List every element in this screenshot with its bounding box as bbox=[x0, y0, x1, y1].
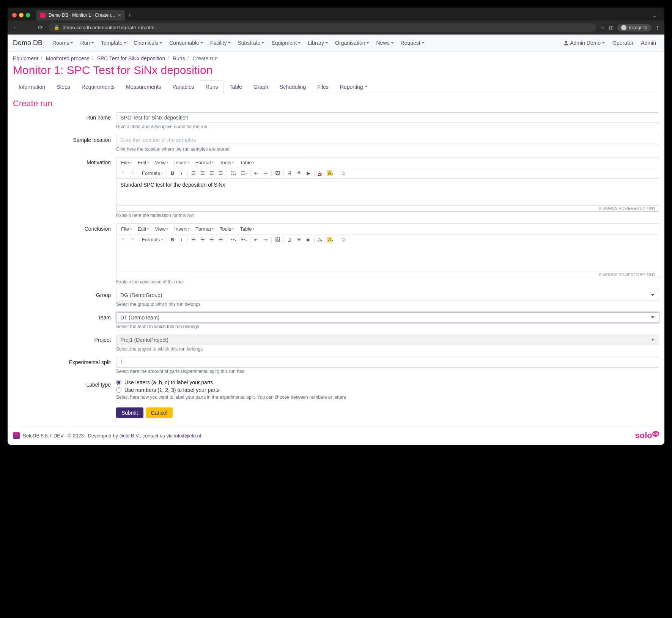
nav-facility[interactable]: Facility bbox=[207, 38, 234, 48]
tiny-insert[interactable]: Insert▾ bbox=[172, 159, 192, 167]
align-left-icon-2[interactable]: ☰ bbox=[189, 236, 198, 244]
tab-overflow-icon[interactable]: ⌄ bbox=[652, 12, 657, 18]
tab-graph[interactable]: Graph bbox=[248, 80, 274, 93]
tab-files[interactable]: Files bbox=[312, 80, 334, 93]
print-icon[interactable]: 🖨 bbox=[285, 169, 294, 177]
nav-substrate[interactable]: Substrate bbox=[234, 38, 268, 48]
preview-icon-2[interactable]: 👁 bbox=[295, 236, 304, 244]
nav-operator[interactable]: Operator bbox=[609, 38, 636, 48]
nav-library[interactable]: Library bbox=[305, 38, 331, 48]
tab-requirements[interactable]: Requirements bbox=[76, 80, 120, 93]
tab-reporting[interactable]: Reporting bbox=[334, 80, 373, 93]
image-icon[interactable]: 🖼 bbox=[273, 169, 282, 177]
tiny-tools-2[interactable]: Tools▾ bbox=[217, 225, 236, 233]
group-select[interactable] bbox=[116, 290, 659, 300]
outdent-icon-2[interactable]: ⇤ bbox=[252, 236, 261, 244]
footer-email-link[interactable]: info@jield.nl bbox=[174, 433, 201, 439]
breadcrumb-spc[interactable]: SPC Test for SiNx deposition bbox=[97, 55, 165, 61]
tiny-table-2[interactable]: Table▾ bbox=[238, 225, 257, 233]
breadcrumb-monitored[interactable]: Monitored process bbox=[46, 55, 90, 61]
new-tab-button[interactable]: + bbox=[128, 11, 132, 19]
breadcrumb-equipment[interactable]: Equipment bbox=[13, 55, 38, 61]
nav-equipment[interactable]: Equipment bbox=[268, 38, 304, 48]
italic-icon-2[interactable]: I bbox=[178, 236, 186, 244]
tab-information[interactable]: Information bbox=[13, 80, 51, 93]
tab-variables[interactable]: Variables bbox=[167, 80, 200, 93]
bg-color-icon-2[interactable]: A▾ bbox=[325, 236, 335, 244]
tab-scheduling[interactable]: Scheduling bbox=[274, 80, 312, 93]
footer-jield-link[interactable]: Jield B.V. bbox=[120, 433, 140, 439]
align-justify-icon-2[interactable]: ☰ bbox=[217, 236, 225, 244]
tiny-view[interactable]: View▾ bbox=[153, 159, 170, 167]
submit-button[interactable]: Submit bbox=[116, 407, 143, 418]
project-select[interactable] bbox=[116, 335, 659, 345]
radio-numbers[interactable] bbox=[116, 387, 121, 393]
number-list-icon-2[interactable]: ☶▾ bbox=[239, 236, 249, 244]
formats-dropdown[interactable]: Formats▾ bbox=[140, 169, 165, 177]
number-list-icon[interactable]: ☶▾ bbox=[239, 169, 249, 177]
emoji-icon[interactable]: ☺ bbox=[339, 169, 348, 177]
window-controls[interactable] bbox=[12, 13, 30, 17]
nav-user[interactable]: Admin Demo bbox=[560, 38, 608, 48]
nav-consumable[interactable]: Consumable bbox=[166, 38, 206, 48]
brand[interactable]: Demo DB bbox=[13, 39, 42, 47]
nav-request[interactable]: Request bbox=[398, 38, 428, 48]
team-select[interactable] bbox=[116, 312, 659, 323]
tiny-view-2[interactable]: View▾ bbox=[153, 225, 170, 233]
nav-run[interactable]: Run bbox=[77, 38, 97, 48]
nav-organisation[interactable]: Organisation bbox=[332, 38, 372, 48]
indent-icon[interactable]: ⇥ bbox=[261, 169, 270, 177]
tiny-format-2[interactable]: Format▾ bbox=[193, 225, 216, 233]
conclusion-textarea[interactable] bbox=[116, 245, 659, 272]
media-icon[interactable]: ▶ bbox=[304, 169, 313, 177]
split-input[interactable] bbox=[116, 357, 659, 368]
url-bar[interactable]: 🔒 demo.solodb.net/monitor/1/create-run.h… bbox=[49, 23, 596, 32]
tab-steps[interactable]: Steps bbox=[51, 80, 76, 93]
align-justify-icon[interactable]: ☰ bbox=[217, 169, 225, 177]
preview-icon[interactable]: 👁 bbox=[295, 169, 304, 177]
browser-tab[interactable]: Demo DB · Monitor 1 · Create r... × bbox=[36, 10, 125, 20]
bold-icon-2[interactable]: B bbox=[168, 236, 177, 244]
italic-icon[interactable]: I bbox=[178, 169, 186, 177]
tab-measurements[interactable]: Measurements bbox=[120, 80, 167, 93]
nav-template[interactable]: Template bbox=[98, 38, 130, 48]
tiny-format[interactable]: Format▾ bbox=[193, 159, 216, 167]
tab-runs[interactable]: Runs bbox=[200, 80, 224, 93]
bg-color-icon[interactable]: A▾ bbox=[325, 169, 335, 177]
align-left-icon[interactable]: ☰ bbox=[189, 169, 198, 177]
outdent-icon[interactable]: ⇤ bbox=[252, 169, 261, 177]
align-right-icon-2[interactable]: ☰ bbox=[208, 236, 216, 244]
nav-news[interactable]: News bbox=[373, 38, 397, 48]
align-center-icon-2[interactable]: ☰ bbox=[198, 236, 207, 244]
text-color-icon[interactable]: A▾ bbox=[316, 169, 325, 177]
bold-icon[interactable]: B bbox=[168, 169, 177, 177]
nav-rooms[interactable]: Rooms bbox=[49, 38, 76, 48]
close-tab-icon[interactable]: × bbox=[118, 12, 121, 18]
maximize-window-icon[interactable] bbox=[26, 13, 30, 17]
tiny-file[interactable]: File▾ bbox=[119, 159, 134, 167]
back-button[interactable]: ← bbox=[12, 24, 20, 31]
close-window-icon[interactable] bbox=[12, 13, 17, 17]
tiny-insert-2[interactable]: Insert▾ bbox=[172, 225, 192, 233]
minimize-window-icon[interactable] bbox=[19, 13, 24, 17]
browser-menu-icon[interactable]: ⋮ bbox=[655, 25, 660, 30]
nav-chemicals[interactable]: Chemicals bbox=[131, 38, 165, 48]
undo-icon-2[interactable]: ↶ bbox=[119, 236, 127, 244]
tab-table[interactable]: Table bbox=[224, 80, 248, 93]
reload-button[interactable]: ⟳ bbox=[36, 24, 44, 31]
extensions-icon[interactable]: ◫ bbox=[609, 25, 614, 30]
indent-icon-2[interactable]: ⇥ bbox=[261, 236, 270, 244]
formats-dropdown-2[interactable]: Formats▾ bbox=[140, 236, 165, 244]
bullet-list-icon[interactable]: ☷▾ bbox=[228, 169, 238, 177]
sample-location-input[interactable] bbox=[116, 135, 659, 145]
star-icon[interactable]: ☆ bbox=[601, 25, 605, 30]
tiny-table[interactable]: Table▾ bbox=[238, 159, 257, 167]
media-icon-2[interactable]: ▶ bbox=[304, 236, 313, 244]
tiny-tools[interactable]: Tools▾ bbox=[217, 159, 236, 167]
radio-letters[interactable] bbox=[116, 380, 121, 385]
forward-button[interactable]: → bbox=[24, 24, 32, 31]
nav-admin[interactable]: Admin bbox=[638, 38, 659, 48]
align-right-icon[interactable]: ☰ bbox=[208, 169, 216, 177]
align-center-icon[interactable]: ☰ bbox=[198, 169, 207, 177]
run-name-input[interactable] bbox=[116, 112, 659, 123]
